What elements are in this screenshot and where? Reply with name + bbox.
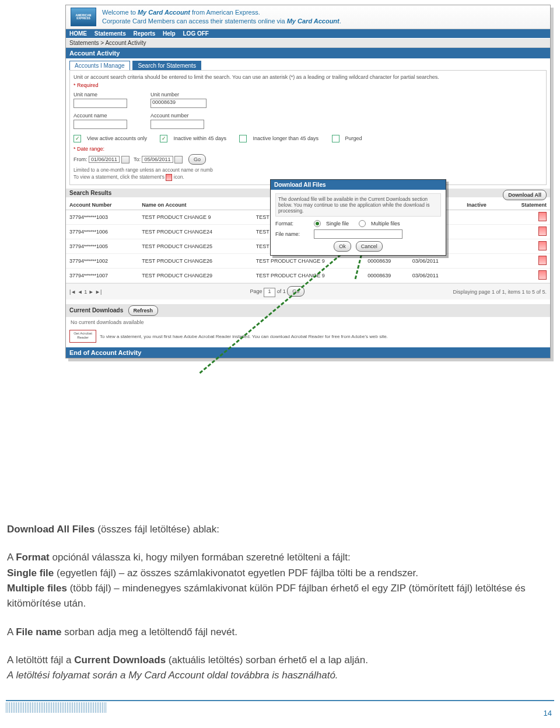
unit-number-label: Unit number (150, 92, 206, 97)
unit-number-input[interactable]: 00008639 (150, 99, 206, 108)
date-range-label: * Date range: (74, 146, 542, 152)
dialog-note: The download file will be available in t… (275, 193, 441, 217)
to-label: To: (134, 156, 141, 162)
no-downloads-text: No current downloads available (66, 317, 550, 328)
checkbox-inactive-45[interactable]: ✓ (160, 135, 167, 142)
format-label: Format: (275, 221, 310, 227)
pdf-icon[interactable] (538, 227, 547, 236)
body-text: Download All Files (összes fájl letöltés… (7, 522, 553, 684)
unit-name-input[interactable] (74, 99, 127, 108)
cancel-button[interactable]: Cancel (356, 241, 383, 252)
pdf-icon (166, 174, 172, 181)
page-number: 14 (544, 709, 552, 717)
breadcrumb: Statements > Account Activity (66, 38, 550, 48)
calendar-icon[interactable] (174, 156, 183, 163)
pager-page-input[interactable]: 1 (264, 288, 275, 297)
nav-statements[interactable]: Statements (94, 30, 126, 37)
pager-total: of 1 (277, 288, 286, 294)
radio-single-file-label: Single file (326, 221, 349, 227)
download-all-button[interactable]: Download All (503, 190, 547, 200)
from-label: From: (74, 156, 88, 162)
col-name-on-account: Name on Account (138, 200, 252, 210)
radio-single-file[interactable] (314, 220, 321, 227)
app-screenshot: AMERICAN EXPRESS Welcome to My Card Acco… (65, 5, 551, 358)
nav-logoff[interactable]: LOG OFF (183, 30, 209, 37)
section-title: Account Activity (66, 48, 550, 58)
required-label: * Required (74, 82, 542, 88)
pager: |◄ ◄ 1 ► ►| Page 1 of 1 Go Displaying pa… (66, 283, 550, 299)
nav-reports[interactable]: Reports (133, 30, 155, 37)
unit-name-label: Unit name (74, 92, 127, 97)
checkbox-inactive-45-label: Inactive within 45 days (173, 135, 226, 141)
pdf-icon[interactable] (538, 256, 547, 265)
account-number-label: Account number (150, 113, 204, 119)
one-month-note: Limited to a one-month range unless an a… (74, 167, 542, 173)
pdf-icon[interactable] (538, 241, 547, 250)
refresh-button[interactable]: Refresh (128, 305, 159, 316)
filename-input[interactable] (314, 229, 402, 239)
go-button[interactable]: Go (188, 154, 206, 165)
checkbox-purged-label: Purged (345, 135, 362, 141)
nav-help[interactable]: Help (163, 30, 176, 37)
banner-text: Welcome to My Card Account from American… (102, 8, 341, 26)
amex-logo: AMERICAN EXPRESS (71, 8, 96, 26)
pager-nav[interactable]: |◄ ◄ 1 ► ►| (69, 289, 102, 295)
pager-summary: Displaying page 1 of 1, items 1 to 5 of … (453, 289, 547, 295)
checkbox-active-only[interactable]: ✓ (74, 135, 81, 142)
tab-search-for-statements[interactable]: Search for Statements (132, 61, 201, 70)
dialog-title: Download All Files (271, 180, 446, 190)
account-name-input[interactable] (74, 120, 127, 129)
radio-multiple-files[interactable] (359, 220, 366, 227)
pdf-icon[interactable] (538, 212, 547, 221)
search-panel: Unit or account search criteria should b… (69, 70, 547, 185)
pdf-icon[interactable] (538, 270, 547, 280)
checkbox-purged[interactable] (332, 135, 340, 142)
acrobat-reader-icon[interactable]: Get Acrobat Reader (69, 330, 96, 343)
col-inactive: Inactive (463, 200, 502, 210)
top-nav: HOME Statements Reports Help LOG OFF (66, 29, 550, 38)
radio-multiple-files-label: Multiple files (371, 221, 400, 227)
calendar-icon[interactable] (121, 156, 130, 163)
filename-label: File name: (275, 231, 310, 237)
from-date-input[interactable]: 01/06/2011 (89, 156, 120, 163)
table-row: 37794******1002TEST PRODUCT CHANGE26TEST… (66, 254, 550, 269)
end-bar: End of Account Activity (66, 347, 550, 358)
account-number-input[interactable] (150, 120, 204, 129)
checkbox-active-only-label: View active accounts only (87, 135, 147, 141)
checkbox-inactive-longer-label: Inactive longer than 45 days (253, 135, 318, 141)
download-all-files-dialog: Download All Files The download file wil… (270, 179, 446, 256)
pager-page-label: Page (250, 288, 262, 294)
ok-button[interactable]: Ok (334, 241, 351, 252)
col-account-number: Account Number (66, 200, 138, 210)
current-downloads-bar: Current Downloads Refresh (66, 304, 550, 317)
nav-home[interactable]: HOME (69, 30, 87, 37)
col-statement: Statement (502, 200, 550, 210)
tab-accounts-i-manage[interactable]: Accounts I Manage (69, 61, 130, 70)
account-name-label: Account name (74, 113, 127, 119)
checkbox-inactive-longer[interactable] (239, 135, 247, 142)
to-date-input[interactable]: 05/06/2011 (142, 156, 173, 163)
search-hint: Unit or account search criteria should b… (74, 74, 542, 80)
page-footer: 14 (0, 700, 560, 720)
